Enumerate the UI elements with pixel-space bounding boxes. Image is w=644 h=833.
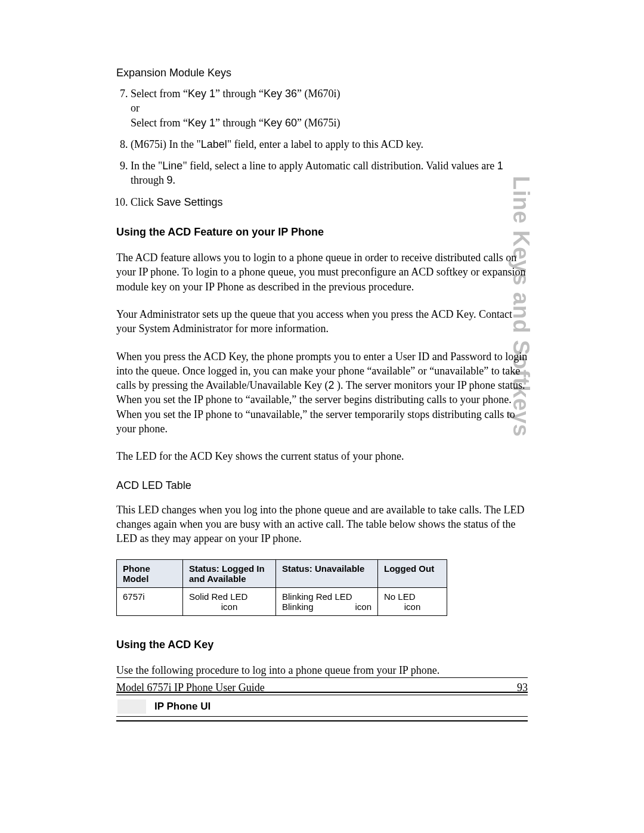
acd-led-table-heading: ACD LED Table <box>116 479 528 492</box>
th-phone-model: Phone Model <box>117 559 183 587</box>
paragraph: Use the following procedure to log into … <box>116 663 528 677</box>
key-1-label: Key 1 <box>188 117 215 129</box>
label-field: Label <box>201 138 227 150</box>
paragraph: This LED changes when you log into the p… <box>116 503 528 546</box>
value-1: 1 <box>497 160 503 172</box>
value-9: 9 <box>167 174 173 186</box>
ui-icon-placeholder <box>117 699 146 714</box>
paragraph: The LED for the ACD Key shows the curren… <box>116 449 528 463</box>
text: ” through “ <box>215 88 264 100</box>
rule <box>116 716 528 717</box>
acd-led-table: Phone Model Status: Logged In and Availa… <box>116 559 447 616</box>
page: Line Keys and Softkeys Expansion Module … <box>0 0 644 833</box>
rule <box>116 695 528 695</box>
text: Select from “ <box>131 117 188 129</box>
th-status-unavailable: Status: Unavailable <box>276 559 378 587</box>
key-60-label: Key 60 <box>264 117 297 129</box>
content-area: Expansion Module Keys Select from “Key 1… <box>116 67 528 723</box>
page-number: 93 <box>517 682 528 694</box>
using-acd-key-heading: Using the ACD Key <box>116 639 528 651</box>
ip-phone-ui-label: IP Phone UI <box>154 701 210 713</box>
text: In the " <box>131 160 162 172</box>
text: or <box>131 102 140 114</box>
footer-guide-title: Model 6757i IP Phone User Guide <box>116 682 265 694</box>
text: ” (M670i) <box>297 88 340 100</box>
text: Click <box>131 196 157 208</box>
paragraph: When you press the ACD Key, the phone pr… <box>116 349 528 436</box>
ui-row: IP Phone UI <box>116 699 528 714</box>
td-logged-out: No LED icon <box>378 587 447 615</box>
key-1-label: Key 1 <box>188 88 215 100</box>
using-acd-feature-heading: Using the ACD Feature on your IP Phone <box>116 226 528 239</box>
table-row: 6757i Solid Red LED icon Blinking Red LE… <box>117 587 447 615</box>
text: Solid Red LED <box>189 592 247 602</box>
text: icon <box>189 602 270 612</box>
list-item: Select from “Key 1” through “Key 36” (M6… <box>131 86 528 130</box>
table-header-row: Phone Model Status: Logged In and Availa… <box>117 559 447 587</box>
expansion-module-keys-title: Expansion Module Keys <box>116 67 528 79</box>
key-2-label: 2 <box>329 379 335 391</box>
line-field: Line <box>162 160 182 172</box>
text: icon <box>384 602 441 612</box>
text: . <box>173 174 176 186</box>
td-phone-model: 6757i <box>117 587 183 615</box>
paragraph: Your Administrator sets up the queue tha… <box>116 307 528 336</box>
text: No LED <box>384 592 416 602</box>
th-logged-out: Logged Out <box>378 559 447 587</box>
text: " field, enter a label to apply to this … <box>227 138 423 150</box>
list-item: Click Save Settings <box>131 195 528 209</box>
text: through <box>131 174 167 186</box>
list-item: In the "Line" field, select a line to ap… <box>131 159 528 188</box>
paragraph: The ACD feature allows you to login to a… <box>116 250 528 294</box>
procedure-list: Select from “Key 1” through “Key 36” (M6… <box>116 86 528 209</box>
text: Blinking Red LED <box>282 592 352 602</box>
td-status-unavailable: Blinking Red LED Blinking icon <box>276 587 378 615</box>
page-footer: Model 6757i IP Phone User Guide 93 <box>116 677 528 694</box>
text: " field, select a line to apply Automati… <box>182 160 497 172</box>
key-36-label: Key 36 <box>264 88 297 100</box>
rule <box>116 720 528 721</box>
ip-phone-ui-bar: IP Phone UI <box>116 692 528 721</box>
td-status-available: Solid Red LED icon <box>183 587 276 615</box>
text: Blinking <box>282 602 314 612</box>
text: icon <box>355 602 371 612</box>
save-settings-label: Save Settings <box>157 196 223 208</box>
th-status-available: Status: Logged In and Available <box>183 559 276 587</box>
list-item: (M675i) In the "Label" field, enter a la… <box>131 137 528 151</box>
text: ” through “ <box>215 117 264 129</box>
text: ” (M675i) <box>297 117 340 129</box>
text: Select from “ <box>131 88 188 100</box>
text: (M675i) In the " <box>131 138 201 150</box>
